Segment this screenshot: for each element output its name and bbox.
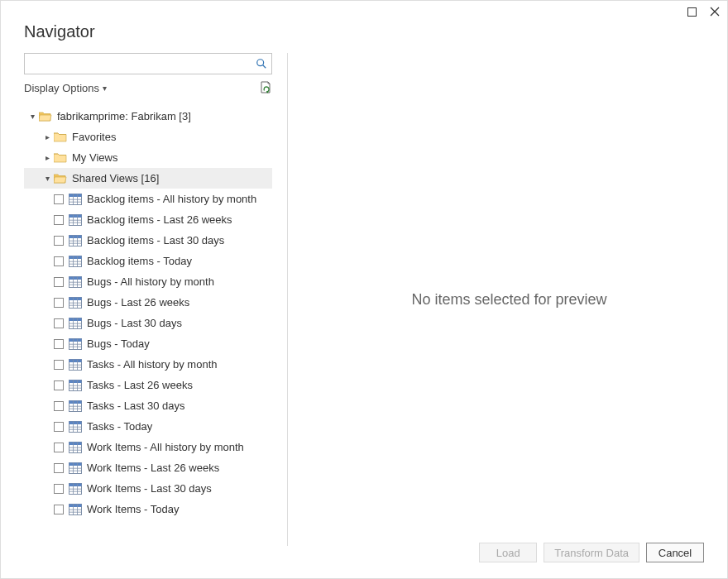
maximize-icon[interactable] xyxy=(686,6,697,17)
tree-item-label: Backlog items - Last 26 weeks xyxy=(87,213,272,226)
svg-rect-6 xyxy=(69,194,82,197)
table-icon xyxy=(69,442,82,453)
item-checkbox[interactable] xyxy=(54,422,64,432)
tree-item-label: Tasks - All history by month xyxy=(87,358,272,371)
table-icon xyxy=(69,214,82,226)
tree-item[interactable]: Bugs - Last 30 days xyxy=(24,313,272,333)
table-icon xyxy=(69,194,82,205)
tree-item[interactable]: Bugs - Last 26 weeks xyxy=(24,292,272,313)
tree-item[interactable]: Work Items - Last 30 days xyxy=(24,478,272,499)
svg-rect-90 xyxy=(69,483,82,486)
tree-item[interactable]: Tasks - Today xyxy=(24,416,272,437)
item-checkbox[interactable] xyxy=(54,256,64,266)
expander-icon[interactable]: ▾ xyxy=(27,112,37,121)
display-options-dropdown[interactable]: Display Options ▾ xyxy=(24,82,107,94)
left-pane: Display Options ▾ ▾fabrikamprime: Fabrik… xyxy=(1,53,280,546)
tree-item[interactable]: Backlog items - Last 26 weeks xyxy=(24,209,272,230)
table-icon xyxy=(69,256,82,267)
svg-rect-30 xyxy=(69,276,82,280)
tree-item-label: Work Items - Today xyxy=(87,503,272,515)
item-checkbox[interactable] xyxy=(54,505,64,514)
svg-rect-48 xyxy=(69,338,82,342)
svg-rect-54 xyxy=(69,359,82,362)
item-checkbox[interactable] xyxy=(54,277,64,287)
tree-folder[interactable]: ▾Shared Views [16] xyxy=(24,168,272,189)
table-icon xyxy=(69,276,82,288)
tree-item[interactable]: Tasks - All history by month xyxy=(24,354,272,375)
navigation-tree[interactable]: ▾fabrikamprime: Fabrikam [3]▸Favorites▸M… xyxy=(24,106,272,519)
item-checkbox[interactable] xyxy=(54,339,64,349)
body: Display Options ▾ ▾fabrikamprime: Fabrik… xyxy=(1,53,727,546)
tree-item[interactable]: Bugs - Today xyxy=(24,333,272,354)
tree-folder[interactable]: ▸My Views xyxy=(24,147,272,168)
tree-item[interactable]: Work Items - Today xyxy=(24,499,272,519)
tree-item-label: Bugs - Today xyxy=(87,337,272,350)
tree-item[interactable]: Backlog items - Last 30 days xyxy=(24,230,272,251)
transform-data-button[interactable]: Transform Data xyxy=(544,543,639,562)
table-icon xyxy=(69,235,82,246)
table-icon xyxy=(69,400,82,412)
item-checkbox[interactable] xyxy=(54,298,64,308)
footer: Load Transform Data Cancel xyxy=(1,537,727,578)
svg-point-3 xyxy=(257,60,264,66)
search-box[interactable] xyxy=(24,53,272,74)
search-icon[interactable] xyxy=(255,57,268,70)
cancel-button[interactable]: Cancel xyxy=(646,543,704,562)
tree-folder-label: My Views xyxy=(72,151,272,164)
svg-rect-96 xyxy=(69,504,82,507)
svg-rect-42 xyxy=(69,318,82,321)
item-checkbox[interactable] xyxy=(54,484,64,494)
item-checkbox[interactable] xyxy=(54,318,64,328)
tree-item-label: Work Items - Last 30 days xyxy=(87,482,272,495)
tree-root[interactable]: ▾fabrikamprime: Fabrikam [3] xyxy=(24,106,272,127)
refresh-icon[interactable] xyxy=(259,81,272,94)
svg-rect-24 xyxy=(69,256,82,259)
preview-pane: No items selected for preview xyxy=(291,53,727,546)
tree-item[interactable]: Tasks - Last 30 days xyxy=(24,395,272,416)
tree-item-label: Backlog items - All history by month xyxy=(87,193,272,205)
tree-item[interactable]: Work Items - All history by month xyxy=(24,437,272,457)
table-icon xyxy=(69,421,82,433)
svg-rect-12 xyxy=(69,214,82,218)
expander-icon[interactable]: ▾ xyxy=(42,174,52,183)
item-checkbox[interactable] xyxy=(54,380,64,390)
tree-item-label: Bugs - Last 26 weeks xyxy=(87,296,272,309)
close-icon[interactable] xyxy=(709,6,721,17)
svg-rect-78 xyxy=(69,442,82,445)
folder-icon xyxy=(39,111,52,122)
load-button[interactable]: Load xyxy=(479,543,537,562)
tree-item[interactable]: Bugs - All history by month xyxy=(24,271,272,292)
table-icon xyxy=(69,297,82,309)
table-icon xyxy=(69,380,82,391)
item-checkbox[interactable] xyxy=(54,194,64,204)
svg-rect-66 xyxy=(69,400,82,404)
tree-folder[interactable]: ▸Favorites xyxy=(24,127,272,147)
table-icon xyxy=(69,359,82,371)
titlebar xyxy=(1,1,727,19)
options-row: Display Options ▾ xyxy=(24,81,272,94)
expander-icon[interactable]: ▸ xyxy=(42,153,52,162)
tree-item-label: Tasks - Today xyxy=(87,420,272,433)
item-checkbox[interactable] xyxy=(54,236,64,246)
tree-item-label: Bugs - All history by month xyxy=(87,275,272,288)
tree-item[interactable]: Backlog items - Today xyxy=(24,251,272,271)
tree-item-label: Tasks - Last 26 weeks xyxy=(87,379,272,391)
tree-item[interactable]: Tasks - Last 26 weeks xyxy=(24,375,272,395)
expander-icon[interactable]: ▸ xyxy=(42,132,52,141)
item-checkbox[interactable] xyxy=(54,401,64,411)
search-input[interactable] xyxy=(30,55,255,73)
item-checkbox[interactable] xyxy=(54,443,64,452)
item-checkbox[interactable] xyxy=(54,215,64,225)
table-icon xyxy=(69,462,82,474)
display-options-label: Display Options xyxy=(24,82,99,94)
item-checkbox[interactable] xyxy=(54,360,64,370)
folder-icon xyxy=(54,173,67,184)
svg-rect-36 xyxy=(69,297,82,300)
tree-item[interactable]: Work Items - Last 26 weeks xyxy=(24,457,272,478)
item-checkbox[interactable] xyxy=(54,463,64,473)
tree-item[interactable]: Backlog items - All history by month xyxy=(24,189,272,209)
chevron-down-icon: ▾ xyxy=(103,84,107,93)
pane-divider xyxy=(287,53,288,546)
tree-item-label: Tasks - Last 30 days xyxy=(87,400,272,412)
tree-item-label: Backlog items - Last 30 days xyxy=(87,234,272,246)
